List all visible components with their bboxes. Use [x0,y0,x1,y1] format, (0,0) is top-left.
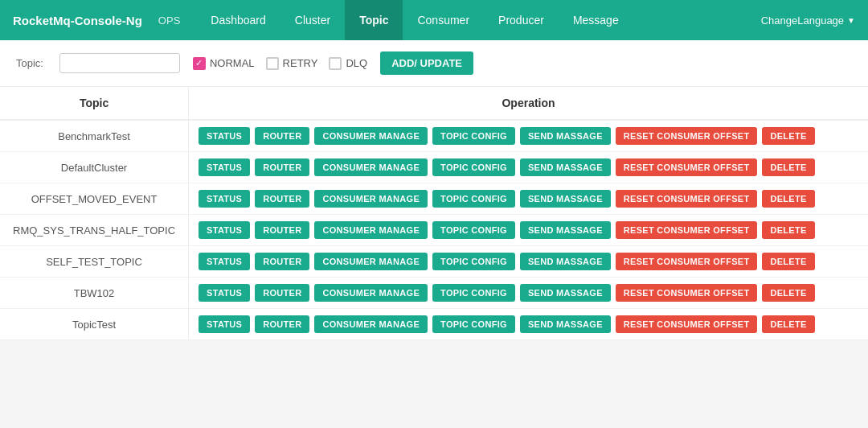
operation-cell: STATUSROUTERCONSUMER MANAGETOPIC CONFIGS… [189,278,868,309]
change-language-label: ChangeLanguage [761,14,844,27]
reset-consumer-offset-button[interactable]: RESET CONSUMER OFFSET [616,284,758,302]
router-button[interactable]: ROUTER [255,284,309,302]
operation-cell: STATUSROUTERCONSUMER MANAGETOPIC CONFIGS… [189,120,868,152]
send-massage-button[interactable]: SEND MASSAGE [520,190,611,208]
table-row: DefaultClusterSTATUSROUTERCONSUMER MANAG… [0,152,868,183]
retry-checkbox-item[interactable]: RETRY [266,57,318,70]
topic-cell: OFFSET_MOVED_EVENT [0,183,189,215]
topic-config-button[interactable]: TOPIC CONFIG [432,190,515,208]
topic-filter-label: Topic: [16,57,43,69]
router-button[interactable]: ROUTER [255,315,309,333]
delete-button[interactable]: DELETE [762,190,814,208]
send-massage-button[interactable]: SEND MASSAGE [520,253,611,270]
send-massage-button[interactable]: SEND MASSAGE [520,315,611,333]
reset-consumer-offset-button[interactable]: RESET CONSUMER OFFSET [616,253,758,270]
topic-cell: TopicTest [0,309,189,340]
table-row: SELF_TEST_TOPICSTATUSROUTERCONSUMER MANA… [0,246,868,278]
delete-button[interactable]: DELETE [762,253,814,270]
topic-config-button[interactable]: TOPIC CONFIG [432,284,515,302]
router-button[interactable]: ROUTER [255,190,309,208]
navbar-ops: OPS [158,14,180,27]
delete-button[interactable]: DELETE [762,315,814,333]
consumer-manage-button[interactable]: CONSUMER MANAGE [314,127,428,145]
delete-button[interactable]: DELETE [762,158,814,176]
status-button[interactable]: STATUS [199,315,250,333]
reset-consumer-offset-button[interactable]: RESET CONSUMER OFFSET [616,127,758,145]
topic-config-button[interactable]: TOPIC CONFIG [432,315,515,333]
router-button[interactable]: ROUTER [255,127,309,145]
change-language[interactable]: ChangeLanguage ▼ [761,14,855,27]
table-row: TopicTestSTATUSROUTERCONSUMER MANAGETOPI… [0,309,868,340]
nav-item-message[interactable]: Message [559,0,633,40]
table-header-row: Topic Operation [0,87,868,120]
filter-bar: Topic: NORMAL RETRY DLQ ADD/ UPDATE [0,40,868,87]
send-massage-button[interactable]: SEND MASSAGE [520,158,611,176]
reset-consumer-offset-button[interactable]: RESET CONSUMER OFFSET [616,221,758,239]
consumer-manage-button[interactable]: CONSUMER MANAGE [314,315,428,333]
table-container: Topic Operation BenchmarkTestSTATUSROUTE… [0,87,868,340]
status-button[interactable]: STATUS [199,127,250,145]
topic-cell: SELF_TEST_TOPIC [0,246,189,278]
delete-button[interactable]: DELETE [762,221,814,239]
topic-config-button[interactable]: TOPIC CONFIG [432,127,515,145]
table-row: RMQ_SYS_TRANS_HALF_TOPICSTATUSROUTERCONS… [0,215,868,246]
delete-button[interactable]: DELETE [762,127,814,145]
topic-cell: RMQ_SYS_TRANS_HALF_TOPIC [0,215,189,246]
send-massage-button[interactable]: SEND MASSAGE [520,127,611,145]
reset-consumer-offset-button[interactable]: RESET CONSUMER OFFSET [616,315,758,333]
normal-label: NORMAL [210,57,255,69]
chevron-down-icon: ▼ [847,16,855,25]
operation-cell: STATUSROUTERCONSUMER MANAGETOPIC CONFIGS… [189,152,868,183]
topic-cell: BenchmarkTest [0,120,189,152]
send-massage-button[interactable]: SEND MASSAGE [520,284,611,302]
navbar-nav: Dashboard Cluster Topic Consumer Produce… [196,0,760,40]
reset-consumer-offset-button[interactable]: RESET CONSUMER OFFSET [616,158,758,176]
nav-item-topic[interactable]: Topic [345,0,403,40]
operation-cell: STATUSROUTERCONSUMER MANAGETOPIC CONFIGS… [189,183,868,215]
table-row: BenchmarkTestSTATUSROUTERCONSUMER MANAGE… [0,120,868,152]
status-button[interactable]: STATUS [199,158,250,176]
topic-search-input[interactable] [59,53,180,73]
checkbox-group: NORMAL RETRY DLQ [193,57,367,70]
consumer-manage-button[interactable]: CONSUMER MANAGE [314,253,428,270]
status-button[interactable]: STATUS [199,253,250,270]
dlq-label: DLQ [346,57,367,69]
topic-config-button[interactable]: TOPIC CONFIG [432,221,515,239]
status-button[interactable]: STATUS [199,190,250,208]
operation-cell: STATUSROUTERCONSUMER MANAGETOPIC CONFIGS… [189,246,868,278]
status-button[interactable]: STATUS [199,221,250,239]
normal-checkbox[interactable] [193,57,206,70]
consumer-manage-button[interactable]: CONSUMER MANAGE [314,158,428,176]
status-button[interactable]: STATUS [199,284,250,302]
nav-item-consumer[interactable]: Consumer [403,0,484,40]
dlq-checkbox-item[interactable]: DLQ [329,57,367,70]
topic-config-button[interactable]: TOPIC CONFIG [432,253,515,270]
operation-cell: STATUSROUTERCONSUMER MANAGETOPIC CONFIGS… [189,215,868,246]
navbar-brand: RocketMq-Console-Ng [13,14,142,27]
retry-label: RETRY [283,57,318,69]
consumer-manage-button[interactable]: CONSUMER MANAGE [314,190,428,208]
router-button[interactable]: ROUTER [255,221,309,239]
nav-item-producer[interactable]: Producer [484,0,559,40]
nav-item-cluster[interactable]: Cluster [280,0,345,40]
topic-cell: DefaultCluster [0,152,189,183]
navbar: RocketMq-Console-Ng OPS Dashboard Cluste… [0,0,868,40]
add-update-button[interactable]: ADD/ UPDATE [380,51,473,75]
table-row: OFFSET_MOVED_EVENTSTATUSROUTERCONSUMER M… [0,183,868,215]
topic-config-button[interactable]: TOPIC CONFIG [432,158,515,176]
topic-table: Topic Operation BenchmarkTestSTATUSROUTE… [0,87,868,340]
col-topic-header: Topic [0,87,189,120]
topic-cell: TBW102 [0,278,189,309]
router-button[interactable]: ROUTER [255,158,309,176]
normal-checkbox-item[interactable]: NORMAL [193,57,255,70]
reset-consumer-offset-button[interactable]: RESET CONSUMER OFFSET [616,190,758,208]
consumer-manage-button[interactable]: CONSUMER MANAGE [314,221,428,239]
send-massage-button[interactable]: SEND MASSAGE [520,221,611,239]
consumer-manage-button[interactable]: CONSUMER MANAGE [314,284,428,302]
retry-checkbox[interactable] [266,57,279,70]
table-row: TBW102STATUSROUTERCONSUMER MANAGETOPIC C… [0,278,868,309]
delete-button[interactable]: DELETE [762,284,814,302]
nav-item-dashboard[interactable]: Dashboard [196,0,280,40]
router-button[interactable]: ROUTER [255,253,309,270]
dlq-checkbox[interactable] [329,57,342,70]
